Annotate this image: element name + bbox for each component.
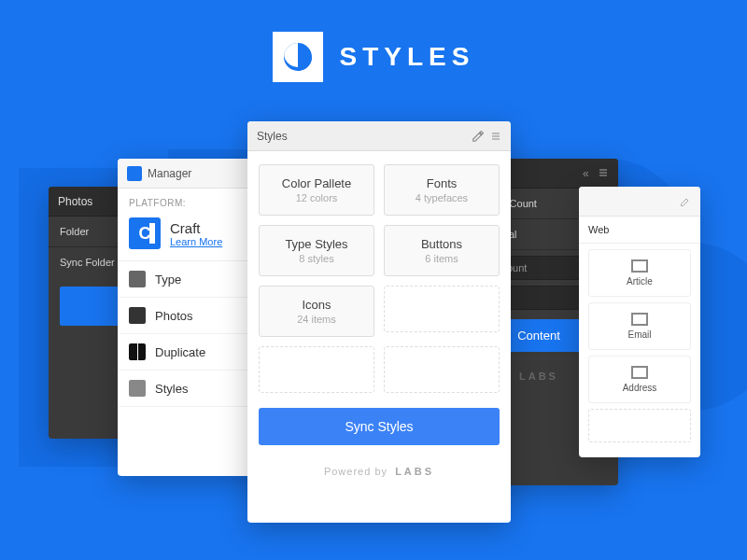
web-item-empty[interactable] <box>588 409 691 442</box>
svg-rect-1 <box>492 135 500 136</box>
web-item-label: Email <box>627 329 651 340</box>
tile-title: Buttons <box>388 237 495 251</box>
tile-type-styles[interactable]: Type Styles8 styles <box>259 225 374 276</box>
powered-by: Powered by LABS <box>247 456 511 490</box>
manager-item-label: Type <box>155 273 181 287</box>
web-panel: Web Article Email Address <box>579 187 700 457</box>
manager-item-label: Styles <box>155 382 188 396</box>
tile-title: Icons <box>263 298 370 312</box>
svg-rect-2 <box>492 138 500 139</box>
tile-sub: 24 items <box>263 314 370 325</box>
collapse-icon[interactable]: « <box>583 167 609 180</box>
tile-sub: 8 styles <box>263 253 370 264</box>
address-icon <box>631 366 648 379</box>
tile-buttons[interactable]: Buttons6 items <box>384 225 500 276</box>
sync-styles-button[interactable]: Sync Styles <box>259 408 500 445</box>
email-icon <box>631 313 648 326</box>
duplicate-icon <box>129 343 146 360</box>
manager-item-label: Photos <box>155 309 192 323</box>
tile-empty[interactable] <box>384 346 500 393</box>
powered-prefix: Powered by <box>324 466 388 477</box>
tile-title: Color Pallete <box>263 176 370 190</box>
web-tab[interactable]: Web <box>579 217 700 244</box>
photos-title: Photos <box>58 195 92 208</box>
styles-icon <box>129 380 146 397</box>
styles-panel: Styles Color Pallete12 colors Fonts4 typ… <box>247 121 511 523</box>
svg-rect-5 <box>599 175 607 175</box>
craft-mini-icon <box>127 166 142 181</box>
svg-rect-4 <box>599 172 607 173</box>
edit-icon[interactable] <box>472 130 501 143</box>
styles-title: Styles <box>257 130 288 143</box>
learn-more-link[interactable]: Learn More <box>170 236 222 247</box>
article-icon <box>631 259 648 273</box>
tile-color-palette[interactable]: Color Pallete12 colors <box>259 164 374 216</box>
stage: Photos Folder Sync Folder Manager PLATFO… <box>0 121 747 560</box>
web-item-label: Address <box>623 383 657 393</box>
tile-sub: 6 items <box>388 253 495 264</box>
logo-icon <box>273 32 323 82</box>
product-name: Craft <box>170 220 222 236</box>
tile-title: Type Styles <box>263 237 370 251</box>
hero: STYLES <box>0 0 747 82</box>
web-item-label: Article <box>627 276 653 287</box>
tile-sub: 12 colors <box>263 192 370 203</box>
manager-title: Manager <box>148 167 191 180</box>
type-icon <box>129 271 146 287</box>
tile-fonts[interactable]: Fonts4 typefaces <box>384 164 500 216</box>
tile-empty[interactable] <box>384 286 500 332</box>
svg-rect-0 <box>492 133 500 133</box>
styles-header: Styles <box>247 121 511 151</box>
powered-brand: LABS <box>519 371 558 382</box>
web-item-email[interactable]: Email <box>588 302 691 350</box>
edit-icon[interactable] <box>680 196 691 207</box>
tile-title: Fonts <box>388 176 495 190</box>
powered-brand: LABS <box>395 466 434 477</box>
svg-rect-3 <box>599 169 607 170</box>
tile-empty[interactable] <box>259 346 374 393</box>
photos-icon <box>129 307 146 324</box>
web-item-article[interactable]: Article <box>588 249 691 297</box>
manager-item-label: Duplicate <box>155 345 205 359</box>
web-item-address[interactable]: Address <box>588 356 691 403</box>
craft-logo-icon: C <box>129 217 161 249</box>
tile-sub: 4 typefaces <box>388 192 495 203</box>
styles-tiles: Color Pallete12 colors Fonts4 typefaces … <box>247 151 511 397</box>
tile-icons[interactable]: Icons24 items <box>259 286 374 337</box>
web-header <box>579 187 700 217</box>
hero-title: STYLES <box>340 42 475 72</box>
